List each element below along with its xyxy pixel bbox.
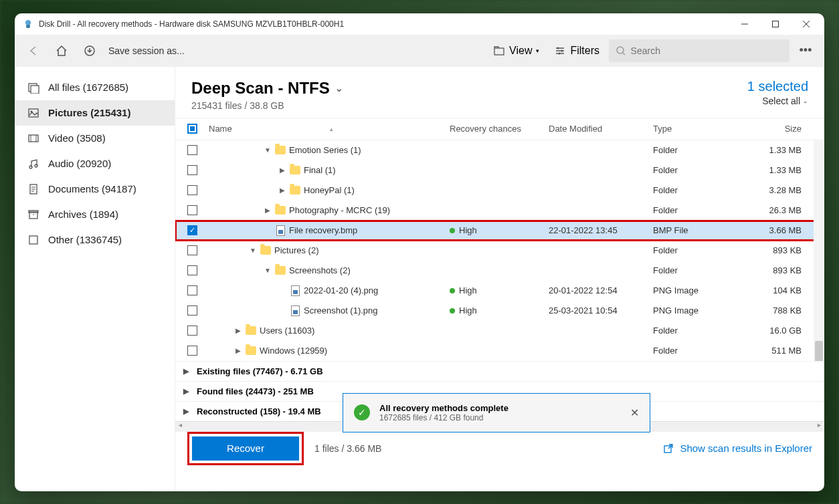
svg-point-0 — [25, 20, 31, 25]
file-row[interactable]: ✓File recovery.bmpHigh22-01-2022 13:45BM… — [175, 221, 824, 241]
file-type: Folder — [653, 145, 747, 155]
scan-subtitle: 215431 files / 38.8 GB — [191, 100, 747, 111]
close-button[interactable] — [791, 13, 822, 35]
row-checkbox[interactable] — [187, 305, 197, 316]
file-row[interactable]: Screenshot (1).pngHigh25-03-2021 10:54PN… — [175, 301, 824, 321]
row-checkbox[interactable] — [187, 205, 197, 215]
file-name: 2022-01-20 (4).png — [304, 285, 378, 295]
col-name[interactable]: Name▴ — [203, 124, 450, 134]
folder-icon — [275, 146, 286, 154]
file-row[interactable]: ▶Users (11603)Folder16.0 GB — [175, 321, 824, 341]
row-checkbox[interactable] — [187, 145, 197, 155]
row-checkbox[interactable]: ✓ — [187, 225, 197, 235]
group-row[interactable]: ▶Existing files (77467) - 6.71 GB — [175, 361, 824, 381]
col-type[interactable]: Type — [653, 124, 747, 134]
search-box[interactable] — [609, 39, 789, 62]
expand-icon[interactable]: ▼ — [264, 146, 272, 154]
selected-count: 1 selected — [747, 79, 808, 94]
sidebar-item-pictures[interactable]: Pictures (215431) — [15, 100, 175, 126]
file-row[interactable]: ▼Pictures (2)Folder893 KB — [175, 241, 824, 261]
file-row[interactable]: ▶Photography - MCRC (19)Folder26.3 MB — [175, 201, 824, 221]
file-row[interactable]: ▶Final (1)Folder1.33 MB — [175, 160, 824, 180]
expand-icon[interactable]: ▶ — [183, 407, 191, 416]
row-checkbox[interactable] — [187, 285, 197, 295]
expand-icon[interactable]: ▶ — [183, 387, 191, 396]
more-button[interactable]: ••• — [794, 39, 818, 63]
scan-title[interactable]: Deep Scan - NTFS ⌄ — [191, 79, 747, 98]
save-session-button[interactable] — [78, 39, 102, 63]
file-row[interactable]: 2022-01-20 (4).pngHigh20-01-2022 12:54PN… — [175, 281, 824, 301]
col-date[interactable]: Date Modified — [549, 124, 653, 134]
svg-rect-20 — [29, 135, 38, 142]
row-checkbox[interactable] — [187, 265, 197, 275]
file-size: 3.28 MB — [747, 185, 814, 195]
recover-button[interactable]: Recover — [192, 436, 299, 461]
expand-icon[interactable]: ▼ — [264, 267, 272, 274]
view-dropdown[interactable]: View ▾ — [488, 45, 545, 57]
sidebar-item-audio[interactable]: Audio (20920) — [15, 151, 175, 176]
group-label: Found files (24473) - 251 MB — [197, 386, 314, 396]
home-button[interactable] — [50, 39, 74, 63]
sidebar-item-other[interactable]: Other (1336745) — [15, 227, 175, 253]
file-row[interactable]: ▶Windows (12959)Folder511 MB — [175, 341, 824, 361]
svg-rect-7 — [494, 48, 504, 55]
sort-indicator-icon: ▴ — [330, 126, 333, 132]
folder-icon — [246, 326, 256, 335]
folder-icon — [246, 346, 256, 355]
notification-close-button[interactable]: ✕ — [630, 406, 639, 419]
file-type: Folder — [653, 326, 747, 336]
show-in-explorer-link[interactable]: Show scan results in Explorer — [662, 443, 812, 455]
back-button[interactable] — [21, 39, 45, 63]
notification-title: All recovery methods complete — [379, 403, 508, 413]
expand-icon[interactable]: ▼ — [249, 247, 257, 254]
row-checkbox[interactable] — [187, 185, 197, 195]
expand-icon[interactable]: ▶ — [264, 207, 272, 214]
sidebar-item-all[interactable]: All files (1672685) — [15, 75, 175, 100]
header-checkbox[interactable] — [181, 124, 203, 134]
main-panel: Deep Scan - NTFS ⌄ 215431 files / 38.8 G… — [175, 67, 824, 491]
file-name: Screenshots (2) — [289, 265, 351, 275]
svg-point-14 — [617, 47, 624, 53]
sidebar-item-documents[interactable]: Documents (94187) — [15, 176, 175, 202]
file-row[interactable]: ▶HoneyPal (1)Folder3.28 MB — [175, 180, 824, 201]
status-dot-icon — [450, 308, 455, 313]
vertical-scrollbar[interactable] — [814, 140, 824, 361]
folder-icon — [290, 166, 300, 174]
row-checkbox[interactable] — [187, 346, 197, 356]
expand-icon[interactable]: ▶ — [234, 327, 242, 334]
file-row[interactable]: ▼Screenshots (2)Folder893 KB — [175, 261, 824, 281]
file-type: Folder — [653, 185, 747, 195]
expand-icon[interactable]: ▶ — [234, 347, 242, 354]
expand-icon[interactable]: ▶ — [278, 186, 286, 194]
expand-icon[interactable]: ▶ — [183, 367, 191, 376]
file-name: Screenshot (1).png — [304, 305, 378, 316]
file-name: HoneyPal (1) — [304, 185, 355, 195]
column-headers: Name▴ Recovery chances Date Modified Typ… — [175, 118, 824, 140]
select-all-button[interactable]: Select all ⌄ — [747, 96, 808, 106]
files-icon — [27, 82, 40, 94]
filters-button[interactable]: Filters — [549, 45, 605, 57]
svg-rect-32 — [29, 236, 37, 244]
folder-icon — [290, 186, 300, 195]
sidebar-item-video[interactable]: Video (3508) — [15, 126, 175, 151]
sidebar-item-archives[interactable]: Archives (1894) — [15, 202, 175, 227]
file-size: 26.3 MB — [747, 205, 814, 215]
file-row[interactable]: ▼Emotion Series (1)Folder1.33 MB — [175, 140, 824, 160]
col-size[interactable]: Size — [747, 124, 814, 134]
search-input[interactable] — [631, 45, 783, 56]
file-type: Folder — [653, 245, 747, 255]
svg-point-12 — [561, 49, 563, 51]
row-checkbox[interactable] — [187, 245, 197, 255]
expand-icon[interactable]: ▶ — [278, 166, 286, 174]
file-icon — [291, 305, 300, 316]
col-recovery[interactable]: Recovery chances — [450, 124, 549, 134]
folder-icon — [493, 45, 505, 57]
chevron-down-icon: ▾ — [536, 47, 539, 54]
row-checkbox[interactable] — [187, 165, 197, 175]
minimize-button[interactable] — [729, 13, 760, 35]
group-label: Existing files (77467) - 6.71 GB — [197, 366, 323, 376]
other-icon — [27, 234, 40, 246]
row-checkbox[interactable] — [187, 326, 197, 336]
file-type: Folder — [653, 265, 747, 275]
maximize-button[interactable] — [760, 13, 791, 35]
